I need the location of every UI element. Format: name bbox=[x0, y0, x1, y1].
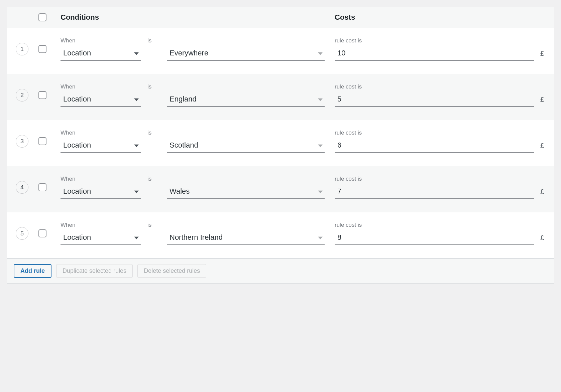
table-row: 5 When Location is Northern Ireland bbox=[7, 212, 554, 258]
is-label: is bbox=[147, 176, 160, 182]
when-label: When bbox=[61, 37, 141, 44]
is-label: is bbox=[147, 37, 160, 44]
when-select[interactable]: Location bbox=[61, 139, 141, 153]
table-row: 2 When Location is England rule cos bbox=[7, 74, 554, 120]
value-select[interactable]: Wales bbox=[167, 185, 325, 199]
rule-index: 5 bbox=[16, 227, 28, 240]
rule-select-checkbox[interactable] bbox=[38, 91, 46, 99]
value-select-value: Everywhere bbox=[170, 49, 208, 57]
footer-toolbar: Add rule Duplicate selected rules Delete… bbox=[7, 258, 554, 283]
value-select[interactable]: England bbox=[167, 93, 325, 107]
rule-index: 1 bbox=[16, 43, 28, 55]
delete-rules-button[interactable]: Delete selected rules bbox=[137, 264, 206, 278]
currency-symbol: £ bbox=[540, 188, 544, 199]
rule-index: 2 bbox=[16, 89, 28, 102]
chevron-down-icon bbox=[134, 145, 139, 147]
when-label: When bbox=[61, 176, 141, 182]
value-select-value: Scotland bbox=[170, 141, 198, 150]
value-select-value: Wales bbox=[170, 187, 190, 196]
table-row: 1 When Location is Everywhere rule bbox=[7, 28, 554, 74]
rule-index: 4 bbox=[16, 181, 28, 194]
chevron-down-icon bbox=[134, 191, 139, 193]
add-rule-button[interactable]: Add rule bbox=[14, 264, 51, 278]
rules-panel: Conditions Costs 1 When Location is Ever… bbox=[7, 7, 554, 283]
table-header: Conditions Costs bbox=[7, 7, 554, 28]
when-label: When bbox=[61, 83, 141, 90]
when-select-value: Location bbox=[63, 49, 91, 57]
is-label: is bbox=[147, 222, 160, 228]
cost-label: rule cost is bbox=[335, 130, 534, 136]
when-label: When bbox=[61, 222, 141, 228]
value-select[interactable]: Everywhere bbox=[167, 47, 325, 61]
when-select[interactable]: Location bbox=[61, 231, 141, 245]
cost-label: rule cost is bbox=[335, 37, 534, 44]
when-select-value: Location bbox=[63, 141, 91, 150]
rule-select-checkbox[interactable] bbox=[38, 229, 46, 237]
when-label: When bbox=[61, 130, 141, 136]
cost-input[interactable] bbox=[337, 141, 532, 150]
chevron-down-icon bbox=[134, 99, 139, 101]
cost-label: rule cost is bbox=[335, 83, 534, 90]
when-select[interactable]: Location bbox=[61, 47, 141, 61]
table-row: 4 When Location is Wales rule cost bbox=[7, 166, 554, 212]
cost-input[interactable] bbox=[337, 187, 532, 196]
is-label: is bbox=[147, 130, 160, 136]
rule-select-checkbox[interactable] bbox=[38, 45, 46, 53]
chevron-down-icon bbox=[318, 99, 323, 101]
when-select-value: Location bbox=[63, 187, 91, 196]
currency-symbol: £ bbox=[540, 96, 544, 107]
rule-select-checkbox[interactable] bbox=[38, 183, 46, 191]
cost-label: rule cost is bbox=[335, 176, 534, 182]
cost-input[interactable] bbox=[337, 95, 532, 104]
costs-header: Costs bbox=[335, 13, 554, 22]
chevron-down-icon bbox=[134, 237, 139, 239]
chevron-down-icon bbox=[318, 145, 323, 147]
duplicate-rules-button[interactable]: Duplicate selected rules bbox=[56, 264, 133, 278]
currency-symbol: £ bbox=[540, 234, 544, 245]
value-select-value: Northern Ireland bbox=[170, 233, 223, 242]
when-select-value: Location bbox=[63, 95, 91, 104]
is-label: is bbox=[147, 83, 160, 90]
chevron-down-icon bbox=[318, 237, 323, 239]
conditions-header: Conditions bbox=[61, 13, 335, 22]
select-all-checkbox[interactable] bbox=[38, 13, 46, 21]
chevron-down-icon bbox=[134, 52, 139, 55]
value-select-value: England bbox=[170, 95, 197, 104]
cost-input[interactable] bbox=[337, 233, 532, 242]
currency-symbol: £ bbox=[540, 142, 544, 153]
cost-input[interactable] bbox=[337, 49, 532, 57]
when-select-value: Location bbox=[63, 233, 91, 242]
rule-index: 3 bbox=[16, 135, 28, 148]
chevron-down-icon bbox=[318, 191, 323, 193]
table-row: 3 When Location is Scotland rule co bbox=[7, 120, 554, 166]
rule-select-checkbox[interactable] bbox=[38, 137, 46, 145]
when-select[interactable]: Location bbox=[61, 93, 141, 107]
currency-symbol: £ bbox=[540, 50, 544, 61]
value-select[interactable]: Scotland bbox=[167, 139, 325, 153]
when-select[interactable]: Location bbox=[61, 185, 141, 199]
cost-label: rule cost is bbox=[335, 222, 534, 228]
value-select[interactable]: Northern Ireland bbox=[167, 231, 325, 245]
chevron-down-icon bbox=[318, 52, 323, 55]
